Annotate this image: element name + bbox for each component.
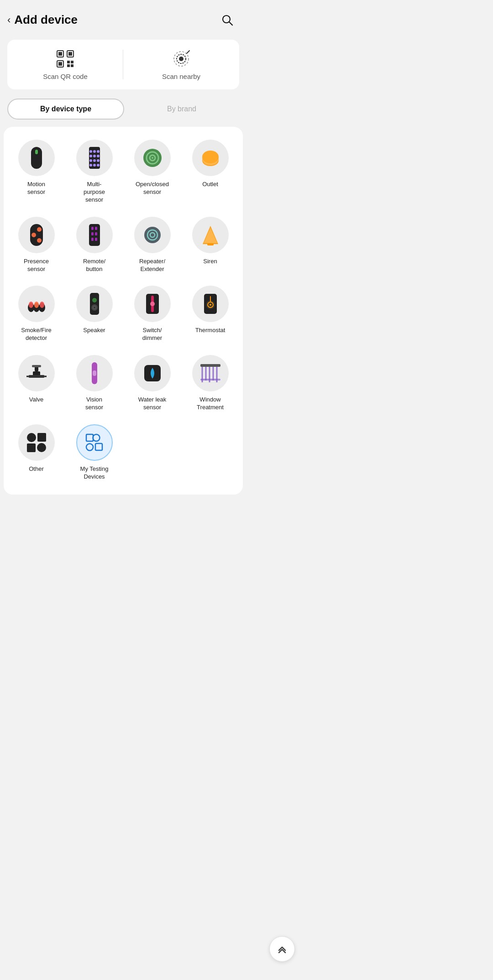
tab-by-brand[interactable]: By brand (124, 99, 239, 120)
svg-rect-17 (35, 150, 38, 154)
svg-rect-47 (91, 238, 94, 241)
open-closed-sensor-icon (134, 140, 171, 176)
device-item-my-testing-devices[interactable]: My TestingDevices (65, 416, 123, 485)
device-item-valve[interactable]: Valve (7, 347, 65, 416)
tab-by-device-type[interactable]: By device type (7, 99, 124, 120)
device-item-remote-button[interactable]: Remote/button (65, 209, 123, 278)
svg-point-27 (97, 150, 100, 153)
remote-button-label: Remote/button (83, 258, 105, 273)
svg-point-24 (89, 155, 92, 157)
scan-nearby-button[interactable]: Scan nearby (123, 40, 239, 89)
scan-nearby-label: Scan nearby (162, 73, 200, 80)
svg-point-65 (94, 307, 95, 308)
svg-rect-89 (200, 379, 220, 381)
header: ‹ Add device (0, 0, 246, 34)
repeater-extender-icon (134, 217, 171, 253)
outlet-icon (192, 140, 229, 176)
motion-sensor-icon (18, 140, 55, 176)
scan-nearby-icon (171, 49, 191, 69)
device-item-water-leak-sensor[interactable]: Water leaksensor (123, 347, 181, 416)
svg-point-40 (31, 233, 36, 237)
svg-rect-61 (90, 293, 99, 315)
speaker-icon (76, 286, 113, 322)
svg-point-96 (86, 444, 93, 451)
svg-rect-8 (67, 61, 70, 63)
svg-point-0 (223, 16, 230, 23)
svg-rect-3 (58, 52, 62, 56)
svg-point-60 (40, 302, 44, 308)
svg-rect-77 (32, 365, 41, 367)
thermostat-label: Thermostat (195, 327, 226, 334)
svg-rect-44 (95, 227, 97, 230)
svg-point-39 (37, 227, 42, 232)
device-item-repeater-extender[interactable]: Repeater/Extender (123, 209, 181, 278)
device-grid: Motionsensor (4, 131, 243, 485)
svg-rect-94 (86, 434, 93, 441)
device-item-multipurpose-sensor[interactable]: Multi-purposesensor (65, 131, 123, 209)
water-leak-sensor-label: Water leaksensor (138, 396, 167, 412)
device-item-motion-sensor[interactable]: Motionsensor (7, 131, 65, 209)
search-icon[interactable] (221, 14, 234, 26)
svg-line-15 (187, 51, 189, 53)
svg-rect-46 (95, 232, 97, 235)
smoke-fire-detector-icon (18, 286, 55, 322)
svg-rect-7 (58, 62, 62, 66)
smoke-fire-detector-label: Smoke/Firedetector (21, 327, 51, 342)
svg-rect-11 (71, 64, 73, 67)
svg-point-19 (93, 150, 96, 153)
svg-point-90 (27, 433, 36, 442)
svg-point-25 (89, 159, 92, 162)
device-item-smoke-fire-detector[interactable]: Smoke/Firedetector (7, 277, 65, 347)
device-item-outlet[interactable]: Outlet (181, 131, 239, 209)
svg-rect-5 (68, 52, 72, 56)
svg-point-30 (97, 164, 100, 167)
other-icon (18, 424, 55, 461)
svg-point-26 (89, 164, 92, 167)
device-item-other[interactable]: Other (7, 416, 65, 485)
device-item-speaker[interactable]: Speaker (65, 277, 123, 347)
device-grid-container: Motionsensor (4, 127, 243, 495)
svg-rect-9 (71, 61, 73, 63)
svg-point-22 (93, 164, 96, 167)
scan-qr-label: Scan QR code (43, 73, 88, 80)
valve-icon (18, 355, 55, 391)
siren-label: Siren (203, 258, 217, 266)
water-leak-sensor-icon (134, 355, 171, 391)
device-item-switch-dimmer[interactable]: Switch/dimmer (123, 277, 181, 347)
svg-point-58 (29, 302, 33, 308)
svg-rect-81 (93, 370, 96, 376)
tab-row: By device type By brand (7, 99, 239, 120)
my-testing-devices-label: My TestingDevices (80, 465, 109, 481)
other-label: Other (29, 465, 44, 473)
remote-button-icon (76, 217, 113, 253)
scan-options-row: Scan QR code Scan nearby (7, 40, 239, 89)
vision-sensor-label: Visionsensor (85, 396, 103, 412)
svg-point-12 (179, 57, 184, 61)
presence-sensor-icon (18, 217, 55, 253)
valve-label: Valve (29, 396, 44, 404)
presence-sensor-label: Presencesensor (24, 258, 49, 273)
qr-icon (55, 49, 75, 69)
svg-line-1 (230, 22, 233, 25)
switch-dimmer-label: Switch/dimmer (142, 327, 162, 342)
device-item-presence-sensor[interactable]: Presencesensor (7, 209, 65, 278)
device-item-open-closed-sensor[interactable]: Open/closedsensor (123, 131, 181, 209)
device-item-window-treatment[interactable]: WindowTreatment (181, 347, 239, 416)
device-item-vision-sensor[interactable]: Visionsensor (65, 347, 123, 416)
svg-point-20 (93, 155, 96, 157)
speaker-label: Speaker (83, 327, 105, 334)
svg-point-68 (150, 302, 155, 306)
svg-point-21 (93, 159, 96, 162)
svg-point-34 (152, 157, 153, 159)
window-treatment-icon (192, 355, 229, 391)
header-left: ‹ Add device (7, 13, 78, 27)
device-item-thermostat[interactable]: Thermostat (181, 277, 239, 347)
svg-point-23 (89, 150, 92, 153)
back-button[interactable]: ‹ (7, 14, 10, 26)
device-item-siren[interactable]: Siren (181, 209, 239, 278)
scan-qr-button[interactable]: Scan QR code (7, 40, 123, 89)
svg-point-73 (210, 304, 211, 306)
svg-rect-75 (28, 375, 45, 378)
page-title: Add device (14, 13, 78, 27)
svg-rect-42 (89, 224, 100, 246)
